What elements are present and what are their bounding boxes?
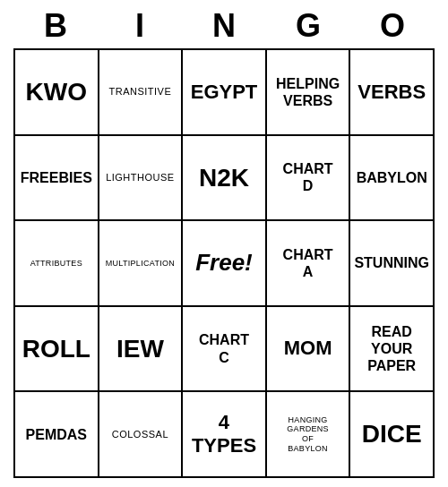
cell-text-22: 4TYPES (192, 411, 256, 458)
bingo-cell-8: CHARTD (267, 136, 351, 222)
bingo-grid: KWOTRANSITIVEEGYPTHELPINGVERBSVERBSFREEB… (13, 48, 435, 478)
cell-text-6: LIGHTHOUSE (106, 172, 175, 184)
header-letter-o: O (350, 7, 435, 45)
bingo-cell-2: EGYPT (183, 50, 267, 136)
bingo-header: BINGO (13, 7, 435, 45)
bingo-cell-18: MOM (267, 307, 351, 393)
bingo-cell-16: IEW (99, 307, 184, 393)
cell-text-15: ROLL (22, 334, 90, 364)
bingo-cell-6: LIGHTHOUSE (99, 136, 184, 222)
cell-text-11: MULTIPLICATION (106, 259, 175, 269)
cell-text-4: VERBS (358, 81, 426, 104)
bingo-cell-12: Free! (183, 221, 267, 307)
cell-text-23: HANGINGGARDENSOFBABYLON (287, 415, 329, 454)
cell-text-17: CHARTC (199, 331, 249, 365)
cell-text-8: CHARTD (283, 160, 333, 194)
bingo-cell-0: KWO (15, 50, 99, 136)
bingo-cell-19: READYOURPAPER (350, 307, 435, 393)
bingo-cell-15: ROLL (15, 307, 99, 393)
bingo-cell-23: HANGINGGARDENSOFBABYLON (267, 392, 351, 478)
header-letter-g: G (266, 7, 350, 45)
bingo-cell-7: N2K (183, 136, 267, 222)
cell-text-9: BABYLON (357, 169, 427, 186)
cell-text-7: N2K (199, 163, 249, 193)
bingo-cell-9: BABYLON (350, 136, 435, 222)
bingo-cell-14: STUNNING (350, 221, 435, 307)
header-letter-i: I (98, 7, 182, 45)
cell-text-21: COLOSSAL (112, 429, 168, 440)
bingo-cell-17: CHARTC (183, 307, 267, 393)
bingo-cell-11: MULTIPLICATION (99, 221, 184, 307)
bingo-cell-3: HELPINGVERBS (267, 50, 351, 136)
cell-text-20: PEMDAS (26, 426, 87, 443)
header-letter-n: N (182, 7, 266, 45)
cell-text-13: CHARTA (283, 246, 333, 280)
cell-text-19: READYOURPAPER (367, 323, 416, 375)
bingo-cell-24: DICE (350, 392, 435, 478)
cell-text-12: Free! (195, 249, 253, 277)
cell-text-2: EGYPT (191, 81, 258, 104)
cell-text-24: DICE (362, 419, 422, 449)
cell-text-1: TRANSITIVE (108, 86, 171, 98)
bingo-cell-20: PEMDAS (15, 392, 99, 478)
bingo-cell-22: 4TYPES (183, 392, 267, 478)
bingo-cell-1: TRANSITIVE (99, 50, 184, 136)
cell-text-0: KWO (26, 77, 87, 107)
bingo-cell-4: VERBS (350, 50, 435, 136)
cell-text-3: HELPINGVERBS (276, 75, 340, 109)
cell-text-14: STUNNING (354, 254, 429, 271)
cell-text-16: IEW (116, 334, 164, 364)
bingo-cell-10: ATTRIBUTES (15, 221, 99, 307)
bingo-cell-5: FREEBIES (15, 136, 99, 222)
cell-text-18: MOM (284, 337, 332, 360)
bingo-cell-13: CHARTA (267, 221, 351, 307)
header-letter-b: B (13, 7, 98, 45)
bingo-cell-21: COLOSSAL (99, 392, 184, 478)
cell-text-5: FREEBIES (21, 169, 92, 186)
cell-text-10: ATTRIBUTES (30, 259, 82, 269)
